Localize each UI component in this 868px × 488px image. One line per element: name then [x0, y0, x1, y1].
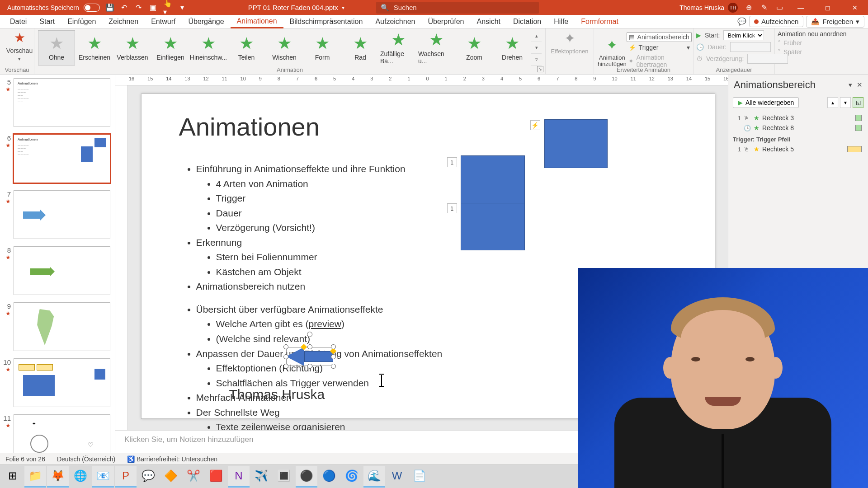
- slide-thumbnail-10[interactable]: 10★: [0, 355, 115, 411]
- task-telegram[interactable]: ✈️: [250, 466, 272, 488]
- animation-tag-lightning[interactable]: ⚡: [530, 120, 540, 130]
- task-file-explorer[interactable]: 📁: [24, 466, 46, 488]
- gallery-item-erscheinen[interactable]: ★Erscheinen: [76, 30, 113, 66]
- rotate-handle[interactable]: [307, 332, 312, 337]
- anim-list-item[interactable]: 🕓★Rechteck 8: [733, 123, 863, 132]
- task-snipping[interactable]: ✂️: [183, 466, 204, 488]
- search-bar[interactable]: 🔍: [376, 2, 539, 14]
- start-select[interactable]: Beim Klicken: [723, 30, 764, 40]
- gallery-item-zufällige ba...[interactable]: ★Zufällige Ba...: [380, 30, 417, 66]
- timeline-bar[interactable]: [855, 115, 862, 121]
- tab-shapeformat[interactable]: Formformat: [575, 16, 625, 28]
- scroll-up-icon[interactable]: ▴: [531, 30, 542, 42]
- account-button[interactable]: Thomas Hruska TH: [679, 3, 738, 13]
- dialog-launcher-icon[interactable]: ↘: [537, 66, 543, 72]
- tab-slideshow[interactable]: Bildschirmpräsentation: [283, 16, 369, 28]
- trigger-button[interactable]: ⚡Trigger▾: [627, 43, 692, 52]
- gallery-item-ohne[interactable]: ★Ohne: [38, 30, 75, 66]
- close-button[interactable]: ✕: [844, 0, 865, 15]
- resize-handle-sw[interactable]: [283, 364, 288, 369]
- ribbon-display-icon[interactable]: ▭: [775, 3, 784, 12]
- chevron-down-icon[interactable]: ▾: [18, 56, 21, 62]
- preview-button[interactable]: ★ Vorschau ▾: [4, 30, 35, 62]
- save-icon[interactable]: 💾: [105, 3, 114, 12]
- task-onenote[interactable]: N: [228, 466, 250, 488]
- collapse-icon[interactable]: ▾: [849, 81, 852, 89]
- lang-indicator[interactable]: Deutsch (Österreich): [57, 455, 115, 463]
- toggle-switch-icon[interactable]: [84, 4, 100, 12]
- tab-help[interactable]: Hilfe: [547, 16, 575, 28]
- task-app5[interactable]: 🌀: [341, 466, 363, 488]
- shape-rectangle-8[interactable]: [544, 119, 608, 168]
- gallery-item-einfliegen[interactable]: ★Einfliegen: [152, 30, 189, 66]
- task-word[interactable]: W: [386, 466, 408, 488]
- gallery-item-rad[interactable]: ★Rad: [342, 30, 379, 66]
- tab-view[interactable]: Ansicht: [471, 16, 507, 28]
- anim-list-item[interactable]: 1🖱★Rechteck 3: [733, 113, 863, 122]
- scroll-down-icon[interactable]: ▾: [531, 42, 542, 54]
- shape-trigger-arrow-selected[interactable]: [286, 347, 333, 366]
- touch-mode-icon[interactable]: 👆▾: [163, 3, 172, 12]
- tab-animations[interactable]: Animationen: [231, 15, 283, 28]
- gallery-expand-icon[interactable]: ▿: [531, 54, 542, 66]
- undo-icon[interactable]: ↶: [120, 3, 129, 12]
- tab-file[interactable]: Datei: [4, 16, 33, 28]
- customize-qat-icon[interactable]: ▾: [178, 3, 187, 12]
- gallery-scroll[interactable]: ▴▾▿: [531, 30, 542, 66]
- seconds-view-button[interactable]: ◱: [853, 97, 863, 108]
- task-outlook[interactable]: 📧: [92, 466, 114, 488]
- gallery-item-wischen[interactable]: ★Wischen: [266, 30, 303, 66]
- resize-handle-w[interactable]: [283, 354, 288, 359]
- task-edge[interactable]: 🌊: [363, 466, 385, 488]
- record-button[interactable]: Aufzeichnen: [749, 16, 804, 27]
- redo-icon[interactable]: ↷: [134, 3, 143, 12]
- resize-handle-nw[interactable]: [283, 344, 288, 349]
- task-app3[interactable]: 🔳: [273, 466, 295, 488]
- animation-tag-1[interactable]: 1: [447, 157, 457, 167]
- slide-thumbnail-7[interactable]: 7★: [0, 187, 115, 243]
- chevron-down-icon[interactable]: ▾: [342, 5, 344, 11]
- resize-handle-e[interactable]: [331, 354, 336, 359]
- animation-pane-button[interactable]: ▤Animationsbereich: [627, 32, 692, 42]
- gallery-item-hineinschw...[interactable]: ★Hineinschw...: [190, 30, 227, 66]
- resize-handle-n[interactable]: [307, 344, 312, 349]
- anim-list-item[interactable]: 1🖱★Rechteck 5: [733, 145, 863, 154]
- slide-thumbnail-8[interactable]: 8★: [0, 243, 115, 299]
- slide-thumbnail-9[interactable]: 9★: [0, 299, 115, 355]
- animation-list[interactable]: 1🖱★Rechteck 3🕓★Rechteck 8Trigger: Trigge…: [728, 113, 868, 155]
- tab-record[interactable]: Aufzeichnen: [369, 16, 421, 28]
- slide-thumbnail-6[interactable]: 6★Animationen— — — —— — —— —— — — —: [0, 131, 115, 187]
- gallery-item-verblassen[interactable]: ★Verblassen: [114, 30, 151, 66]
- share-button[interactable]: 📤Freigeben▾: [806, 16, 864, 28]
- present-live-icon[interactable]: ⊕: [744, 3, 753, 12]
- task-obs[interactable]: ⚫: [296, 466, 317, 488]
- timeline-bar[interactable]: [855, 125, 862, 131]
- animation-tag-1b[interactable]: 1: [447, 203, 457, 213]
- coming-soon-icon[interactable]: ✎: [760, 3, 769, 12]
- comments-icon[interactable]: 💬: [737, 17, 746, 26]
- tab-design[interactable]: Entwurf: [145, 16, 182, 28]
- start-menu-button[interactable]: ⊞: [2, 466, 24, 488]
- task-powerpoint[interactable]: P: [115, 466, 137, 488]
- autosave-toggle[interactable]: Automatisches Speichern: [7, 4, 100, 12]
- tab-transitions[interactable]: Übergänge: [182, 16, 230, 28]
- gallery-item-form[interactable]: ★Form: [304, 30, 341, 66]
- resize-handle-s[interactable]: [307, 364, 312, 369]
- task-app6[interactable]: 📄: [409, 466, 430, 488]
- gallery-item-teilen[interactable]: ★Teilen: [228, 30, 265, 66]
- start-timing-row[interactable]: ▶ Start: Beim Klicken: [696, 30, 772, 40]
- task-firefox[interactable]: 🦊: [47, 466, 69, 488]
- tab-draw[interactable]: Zeichnen: [102, 16, 145, 28]
- resize-handle-ne[interactable]: [331, 344, 336, 349]
- slide-title[interactable]: Animationen: [179, 112, 320, 141]
- task-app[interactable]: 💬: [137, 466, 159, 488]
- search-input[interactable]: [394, 4, 534, 11]
- timeline-bar[interactable]: [847, 146, 862, 152]
- resize-handle-se[interactable]: [331, 364, 336, 369]
- accessibility-indicator[interactable]: ♿ Barrierefreiheit: Untersuchen: [127, 455, 217, 463]
- gallery-item-drehen[interactable]: ★Drehen: [494, 30, 531, 66]
- animation-gallery[interactable]: ★Ohne★Erscheinen★Verblassen★Einfliegen★H…: [38, 30, 531, 66]
- move-down-button[interactable]: ▾: [840, 97, 851, 108]
- slide-author[interactable]: Thomas Hruska: [229, 387, 325, 402]
- task-app2[interactable]: 🟥: [205, 466, 227, 488]
